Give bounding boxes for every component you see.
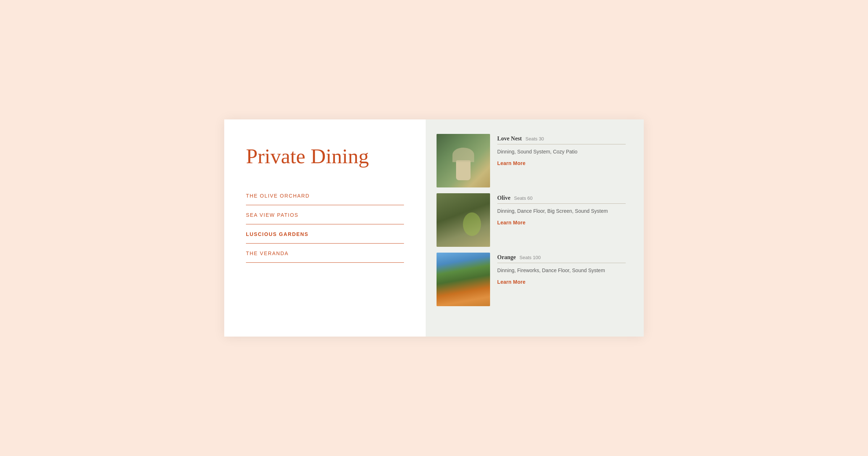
venue-card-orange: Orange Seats 100 Dinning, Fireworks, Dan…	[437, 253, 626, 306]
venue-info-love-nest: Love Nest Seats 30 Dinning, Sound System…	[497, 134, 626, 166]
venue-header-orange: Orange Seats 100	[497, 254, 626, 261]
venue-info-olive: Olive Seats 60 Dinning, Dance Floor, Big…	[497, 193, 626, 226]
nav-label-olive-orchard: THE OLIVE ORCHARD	[246, 193, 310, 199]
main-card: Private Dining THE OLIVE ORCHARD SEA VIE…	[224, 119, 644, 337]
nav-label-the-veranda: THE VERANDA	[246, 250, 289, 256]
right-panel: Love Nest Seats 30 Dinning, Sound System…	[426, 119, 644, 337]
venue-seats-love-nest: Seats 30	[526, 136, 544, 142]
venue-header-olive: Olive Seats 60	[497, 195, 626, 201]
learn-more-love-nest[interactable]: Learn More	[497, 160, 526, 166]
venue-name-orange: Orange	[497, 254, 516, 261]
venue-image-love-nest	[437, 134, 490, 187]
nav-list: THE OLIVE ORCHARD SEA VIEW PATIOS LUSCIO…	[246, 186, 404, 263]
nav-item-the-veranda[interactable]: THE VERANDA	[246, 244, 404, 263]
venue-name-olive: Olive	[497, 195, 510, 201]
venue-divider-love-nest	[497, 144, 626, 144]
venue-name-love-nest: Love Nest	[497, 135, 522, 142]
nav-label-luscious-gardens: LUSCIOUS GARDENS	[246, 231, 309, 237]
venue-info-orange: Orange Seats 100 Dinning, Fireworks, Dan…	[497, 253, 626, 285]
nav-item-sea-view-patios[interactable]: SEA VIEW PATIOS	[246, 205, 404, 224]
venue-amenities-love-nest: Dinning, Sound System, Cozy Patio	[497, 148, 626, 156]
venue-seats-orange: Seats 100	[519, 255, 541, 260]
learn-more-olive[interactable]: Learn More	[497, 220, 526, 225]
page-title: Private Dining	[246, 145, 404, 168]
venue-card-love-nest: Love Nest Seats 30 Dinning, Sound System…	[437, 134, 626, 187]
venue-card-olive: Olive Seats 60 Dinning, Dance Floor, Big…	[437, 193, 626, 247]
venue-header-love-nest: Love Nest Seats 30	[497, 135, 626, 142]
venue-image-orange	[437, 253, 490, 306]
learn-more-orange[interactable]: Learn More	[497, 279, 526, 285]
venue-divider-olive	[497, 203, 626, 204]
love-nest-photo	[437, 134, 490, 187]
olive-photo	[437, 193, 490, 247]
venue-image-olive	[437, 193, 490, 247]
orange-photo	[437, 253, 490, 306]
venue-amenities-olive: Dinning, Dance Floor, Big Screen, Sound …	[497, 207, 626, 215]
nav-item-olive-orchard[interactable]: THE OLIVE ORCHARD	[246, 186, 404, 205]
left-panel: Private Dining THE OLIVE ORCHARD SEA VIE…	[224, 119, 426, 337]
nav-item-luscious-gardens[interactable]: LUSCIOUS GARDENS	[246, 224, 404, 244]
venue-amenities-orange: Dinning, Fireworks, Dance Floor, Sound S…	[497, 267, 626, 274]
venue-divider-orange	[497, 263, 626, 263]
venue-seats-olive: Seats 60	[514, 195, 532, 201]
nav-label-sea-view-patios: SEA VIEW PATIOS	[246, 212, 298, 218]
